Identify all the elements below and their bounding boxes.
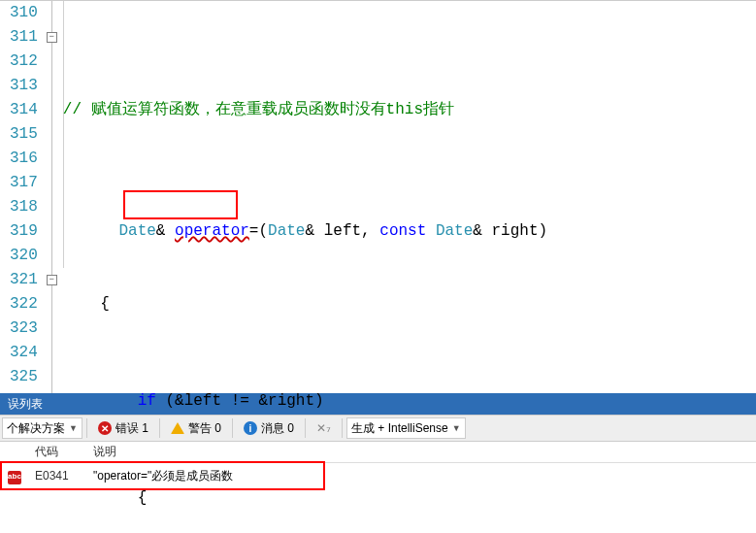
line-number: 321 xyxy=(10,268,38,292)
error-list-row[interactable]: abc E0341 "operator="必须是成员函数 xyxy=(0,463,756,488)
line-number: 313 xyxy=(10,74,38,98)
line-number: 317 xyxy=(10,171,38,195)
fold-toggle-icon[interactable] xyxy=(47,32,57,43)
code-line: Date& operator=(Date& left, const Date& … xyxy=(63,195,547,219)
warning-icon xyxy=(171,422,184,434)
line-number: 320 xyxy=(10,244,38,268)
fold-column xyxy=(44,1,61,393)
col-header-desc[interactable]: 说明 xyxy=(85,444,124,460)
line-number: 314 xyxy=(10,98,38,122)
col-header-code[interactable]: 代码 xyxy=(27,444,85,460)
error-code: E0341 xyxy=(27,469,85,483)
line-number: 316 xyxy=(10,147,38,171)
annotation-red-box xyxy=(123,190,238,219)
line-number: 315 xyxy=(10,122,38,147)
code-area[interactable]: // 赋值运算符函数，在意重载成员函数时没有this指针 Date& opera… xyxy=(61,1,547,393)
code-comment: // 赋值运算符函数，在意重载成员函数时没有this指针 xyxy=(63,101,454,118)
error-list-header: 代码 说明 xyxy=(0,442,756,463)
line-number: 323 xyxy=(10,316,38,341)
line-number: 319 xyxy=(10,219,38,244)
error-description: "operator="必须是成员函数 xyxy=(85,468,241,484)
panel-title: 误列表 xyxy=(8,396,43,413)
error-list-area: 代码 说明 abc E0341 "operator="必须是成员函数 xyxy=(0,442,756,533)
line-number: 312 xyxy=(10,50,38,74)
line-number: 325 xyxy=(10,365,38,389)
line-number-gutter: 310 311 312 313 314 315 316 317 318 319 … xyxy=(0,1,44,393)
line-number: 311 xyxy=(10,25,38,50)
line-number: 322 xyxy=(10,292,38,316)
fold-toggle-icon[interactable] xyxy=(47,275,57,285)
intellisense-error-icon: abc xyxy=(8,471,21,484)
line-number: 318 xyxy=(10,195,38,219)
line-number: 310 xyxy=(10,1,38,25)
code-editor[interactable]: 310 311 312 313 314 315 316 317 318 319 … xyxy=(0,0,756,393)
line-number: 324 xyxy=(10,341,38,365)
scope-label: 个解决方案 xyxy=(7,420,65,437)
